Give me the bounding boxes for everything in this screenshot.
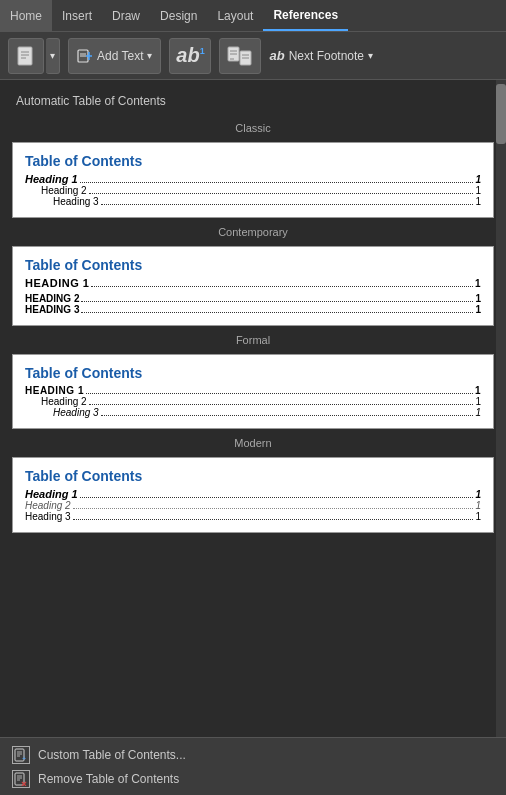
classic-heading2-text: Heading 2 bbox=[41, 185, 87, 196]
remove-toc-icon bbox=[12, 770, 30, 788]
formal-heading2-text: Heading 2 bbox=[41, 396, 87, 407]
modern-heading1-dots bbox=[80, 497, 474, 498]
custom-toc-label: Custom Table of Contents... bbox=[38, 748, 186, 762]
classic-section-title: Classic bbox=[12, 118, 494, 138]
contemporary-heading1-dots bbox=[91, 286, 473, 287]
modern-heading1-text: Heading 1 bbox=[25, 488, 78, 500]
formal-heading2-page: 1 bbox=[475, 396, 481, 407]
contemporary-heading2-page: 1 bbox=[475, 293, 481, 304]
add-text-dropdown-arrow: ▾ bbox=[147, 50, 152, 61]
custom-toc-doc-icon: + bbox=[14, 748, 28, 762]
toc-icon-button[interactable] bbox=[8, 38, 44, 74]
contemporary-toc-title: Table of Contents bbox=[25, 257, 481, 273]
toolbar: ▾ Add Text ▾ ab1 ab bbox=[0, 32, 506, 80]
modern-toc-card[interactable]: Table of Contents Heading 1 1 Heading 2 … bbox=[12, 457, 494, 533]
contemporary-heading3-text: HEADING 3 bbox=[25, 304, 79, 315]
classic-toc-card[interactable]: Table of Contents Heading 1 1 Heading 2 … bbox=[12, 142, 494, 218]
classic-section: Classic Table of Contents Heading 1 1 He… bbox=[12, 118, 494, 218]
formal-toc-card[interactable]: Table of Contents HEADING 1 1 Heading 2 … bbox=[12, 354, 494, 429]
contemporary-heading3-row: HEADING 3 1 bbox=[25, 304, 481, 315]
contemporary-heading2-dots bbox=[81, 301, 473, 302]
ab-text: ab1 bbox=[176, 44, 204, 67]
formal-heading2-dots bbox=[89, 404, 474, 405]
svg-text:+: + bbox=[22, 755, 26, 762]
next-footnote-group: ab Next Footnote ▾ bbox=[269, 48, 373, 63]
menu-references[interactable]: References bbox=[263, 0, 348, 31]
auto-toc-header: Automatic Table of Contents bbox=[12, 88, 494, 114]
custom-toc-icon: + bbox=[12, 746, 30, 764]
ab-icon-button[interactable]: ab1 bbox=[169, 38, 211, 74]
menu-insert[interactable]: Insert bbox=[52, 0, 102, 31]
modern-heading3-dots bbox=[73, 519, 474, 520]
formal-section-title: Formal bbox=[12, 330, 494, 350]
contemporary-section-title: Contemporary bbox=[12, 222, 494, 242]
classic-toc-title: Table of Contents bbox=[25, 153, 481, 169]
formal-heading3-page: 1 bbox=[475, 407, 481, 418]
formal-heading3-dots bbox=[101, 415, 474, 416]
contemporary-heading2-text: HEADING 2 bbox=[25, 293, 79, 304]
svg-rect-0 bbox=[18, 47, 32, 65]
formal-heading1-row: HEADING 1 1 bbox=[25, 385, 481, 396]
modern-heading2-page: 1 bbox=[475, 500, 481, 511]
add-text-button[interactable]: Add Text ▾ bbox=[68, 38, 161, 74]
remove-toc-doc-icon bbox=[14, 772, 28, 786]
modern-heading2-text: Heading 2 bbox=[25, 500, 71, 511]
formal-heading1-dots bbox=[86, 393, 473, 394]
contemporary-heading1-row: HEADING 1 1 bbox=[25, 277, 481, 289]
contemporary-heading1-text: HEADING 1 bbox=[25, 277, 89, 289]
window-scrollbar[interactable] bbox=[496, 80, 506, 737]
modern-heading3-row: Heading 3 1 bbox=[25, 511, 481, 522]
formal-heading3-text: Heading 3 bbox=[53, 407, 99, 418]
modern-section: Modern Table of Contents Heading 1 1 Hea… bbox=[12, 433, 494, 533]
modern-heading3-page: 1 bbox=[475, 511, 481, 522]
main-content[interactable]: Automatic Table of Contents Classic Tabl… bbox=[0, 80, 506, 737]
footnote-icon bbox=[226, 45, 254, 67]
next-footnote-label: Next Footnote bbox=[289, 49, 364, 63]
classic-heading2-page: 1 bbox=[475, 185, 481, 196]
contemporary-heading3-page: 1 bbox=[475, 304, 481, 315]
classic-heading1-text: Heading 1 bbox=[25, 173, 78, 185]
remove-toc-label: Remove Table of Contents bbox=[38, 772, 179, 786]
custom-toc-button[interactable]: + Custom Table of Contents... bbox=[12, 743, 494, 767]
modern-heading1-page: 1 bbox=[475, 489, 481, 500]
add-text-label: Add Text bbox=[97, 49, 143, 63]
formal-toc-title: Table of Contents bbox=[25, 365, 481, 381]
footnote-icon-button[interactable] bbox=[219, 38, 261, 74]
classic-heading3-page: 1 bbox=[475, 196, 481, 207]
menu-draw[interactable]: Draw bbox=[102, 0, 150, 31]
contemporary-toc-card[interactable]: Table of Contents HEADING 1 1 HEADING 2 … bbox=[12, 246, 494, 326]
modern-section-title: Modern bbox=[12, 433, 494, 453]
contemporary-heading2-row: HEADING 2 1 bbox=[25, 293, 481, 304]
next-footnote-arrow: ▾ bbox=[368, 50, 373, 61]
menu-bar: Home Insert Draw Design Layout Reference… bbox=[0, 0, 506, 32]
scrollbar-thumb[interactable] bbox=[496, 84, 506, 144]
formal-heading1-text: HEADING 1 bbox=[25, 385, 84, 396]
modern-toc-title: Table of Contents bbox=[25, 468, 481, 484]
classic-heading1-page: 1 bbox=[475, 174, 481, 185]
contemporary-heading1-page: 1 bbox=[475, 278, 481, 289]
formal-heading2-row: Heading 2 1 bbox=[25, 396, 481, 407]
classic-heading1-dots bbox=[80, 182, 474, 183]
contemporary-heading3-dots bbox=[81, 312, 473, 313]
ab-small-text: ab bbox=[269, 48, 284, 63]
classic-heading2-row: Heading 2 1 bbox=[25, 185, 481, 196]
menu-design[interactable]: Design bbox=[150, 0, 207, 31]
menu-layout[interactable]: Layout bbox=[207, 0, 263, 31]
menu-home[interactable]: Home bbox=[0, 0, 52, 31]
formal-heading1-page: 1 bbox=[475, 385, 481, 396]
modern-heading2-dots bbox=[73, 508, 474, 509]
classic-heading1-row: Heading 1 1 bbox=[25, 173, 481, 185]
bottom-bar: + Custom Table of Contents... Remove Tab… bbox=[0, 737, 506, 795]
add-text-icon bbox=[77, 48, 93, 64]
modern-heading2-row: Heading 2 1 bbox=[25, 500, 481, 511]
next-footnote-button[interactable]: Next Footnote ▾ bbox=[289, 49, 373, 63]
modern-heading3-text: Heading 3 bbox=[25, 511, 71, 522]
toc-dropdown-arrow: ▾ bbox=[50, 50, 55, 61]
contemporary-section: Contemporary Table of Contents HEADING 1… bbox=[12, 222, 494, 326]
toc-document-icon bbox=[15, 45, 37, 67]
classic-heading2-dots bbox=[89, 193, 474, 194]
modern-heading1-row: Heading 1 1 bbox=[25, 488, 481, 500]
toc-dropdown-button[interactable]: ▾ bbox=[46, 38, 60, 74]
classic-heading3-dots bbox=[101, 204, 474, 205]
remove-toc-button[interactable]: Remove Table of Contents bbox=[12, 767, 494, 791]
